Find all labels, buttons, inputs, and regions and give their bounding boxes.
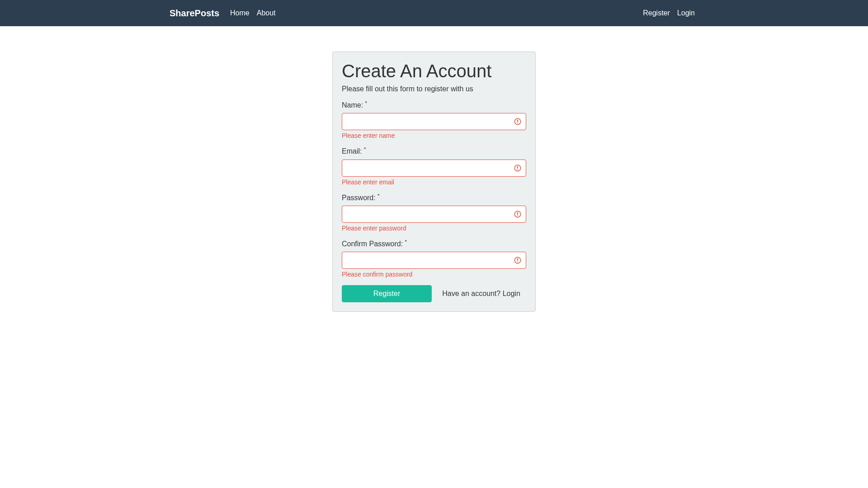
- required-mark: *: [365, 100, 367, 106]
- register-form: Name: * Please enter name Email: * Pleas…: [342, 100, 526, 302]
- required-mark: *: [405, 239, 407, 244]
- navbar-brand[interactable]: SharePosts: [170, 6, 219, 21]
- form-actions-row: Register Have an account? Login: [340, 285, 528, 302]
- nav-link-about[interactable]: About: [253, 5, 279, 21]
- password-label-text: Password:: [342, 194, 377, 202]
- login-link-col: Have an account? Login: [434, 285, 528, 302]
- nav-link-home[interactable]: Home: [226, 5, 253, 21]
- card-title: Create An Account: [342, 61, 526, 81]
- form-group-email: Email: * Please enter email: [342, 146, 526, 185]
- required-mark: *: [377, 193, 379, 198]
- content-wrapper: Create An Account Please fill out this f…: [163, 26, 705, 312]
- register-card: Create An Account Please fill out this f…: [332, 52, 536, 312]
- password-input[interactable]: [342, 206, 526, 223]
- nav-item: Home: [226, 5, 253, 21]
- name-input[interactable]: [342, 113, 526, 130]
- login-link[interactable]: Have an account? Login: [436, 285, 526, 302]
- required-mark: *: [364, 146, 366, 152]
- submit-col: Register: [340, 285, 434, 302]
- name-label-text: Name:: [342, 101, 365, 109]
- email-label: Email: *: [342, 146, 526, 155]
- confirm-password-label-text: Confirm Password:: [342, 240, 405, 248]
- name-error: Please enter name: [342, 132, 526, 139]
- register-button[interactable]: Register: [342, 285, 432, 302]
- navbar-nav-right: Register Login: [639, 5, 698, 21]
- confirm-password-input[interactable]: [342, 252, 526, 269]
- card-subtitle: Please fill out this form to register wi…: [342, 85, 526, 93]
- confirm-password-label: Confirm Password: *: [342, 239, 526, 248]
- email-label-text: Email:: [342, 148, 364, 155]
- password-error: Please enter password: [342, 225, 526, 232]
- form-group-name: Name: * Please enter name: [342, 100, 526, 139]
- navbar-nav-left: Home About: [226, 5, 279, 21]
- nav-item: Login: [674, 5, 698, 21]
- nav-item: Register: [639, 5, 674, 21]
- form-group-password: Password: * Please enter password: [342, 193, 526, 232]
- email-input[interactable]: [342, 160, 526, 177]
- email-error: Please enter email: [342, 178, 526, 186]
- name-label: Name: *: [342, 100, 526, 109]
- navbar-container: SharePosts Home About Register Login: [163, 5, 705, 21]
- confirm-password-error: Please confirm password: [342, 271, 526, 278]
- form-group-confirm-password: Confirm Password: * Please confirm passw…: [342, 239, 526, 278]
- navbar: SharePosts Home About Register Login: [0, 0, 868, 26]
- navbar-left: SharePosts Home About: [170, 5, 279, 21]
- password-label: Password: *: [342, 193, 526, 202]
- nav-link-register[interactable]: Register: [639, 5, 674, 21]
- nav-item: About: [253, 5, 279, 21]
- nav-link-login[interactable]: Login: [674, 5, 698, 21]
- card-body: Create An Account Please fill out this f…: [333, 52, 535, 311]
